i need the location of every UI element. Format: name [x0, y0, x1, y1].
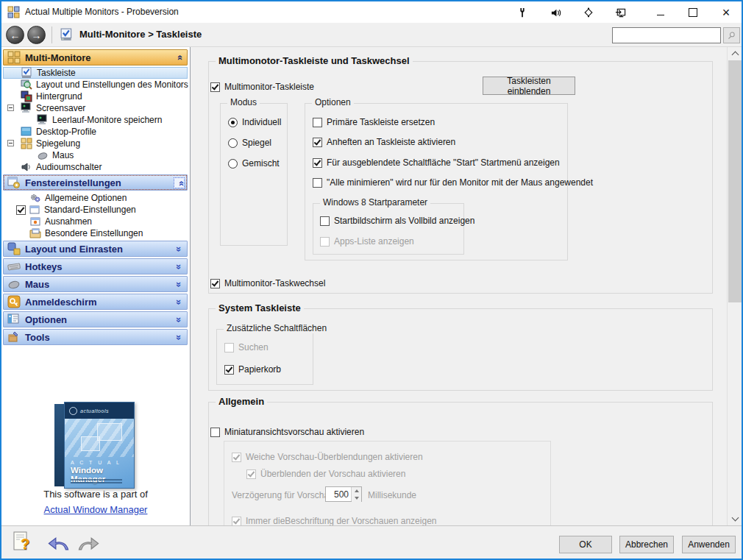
- section-label: Multi-Monitore: [25, 52, 91, 63]
- spin-down-icon[interactable]: [352, 495, 361, 502]
- checkbox-label: Überblenden der Vorschau aktivieren: [260, 469, 405, 479]
- checkbox-box: [320, 237, 330, 247]
- item-label: Leerlauf-Monitore speichern: [52, 115, 162, 125]
- actual-window-manager-link[interactable]: Actual Window Manager: [1, 504, 190, 515]
- cancel-button[interactable]: Abbrechen: [619, 536, 674, 553]
- sidebar-item-leerlauf-monitore[interactable]: Leerlauf-Monitore speichern: [3, 114, 188, 126]
- sidebar-section-anmeldeschirm[interactable]: Anmeldeschirm »: [3, 294, 188, 310]
- sidebar-item-screensaver[interactable]: Screensaver: [3, 102, 188, 114]
- spinner-buttons[interactable]: [351, 487, 361, 501]
- checkbox-box: [246, 469, 256, 479]
- checkbox-anheften[interactable]: Anheften an Taskleiste aktivieren: [313, 136, 455, 148]
- sidebar-item-standard-einstellungen[interactable]: Standard-Einstellungen: [3, 204, 188, 216]
- mouse-icon: [7, 277, 21, 291]
- forward-button[interactable]: [27, 26, 46, 44]
- radio-spiegel[interactable]: Spiegel: [228, 137, 271, 149]
- collapse-expander-icon[interactable]: [7, 140, 14, 146]
- sidebar-item-ausnahmen[interactable]: Ausnahmen: [3, 216, 188, 227]
- checkbox-startbildschirm-vollbild[interactable]: Startbildschirm als Vollbild anzeigen: [320, 215, 474, 227]
- spin-up-icon[interactable]: [352, 487, 361, 495]
- checkbox-alle-minimieren[interactable]: "Alle minimieren" wird nur für den Monit…: [313, 177, 593, 188]
- chevron-up-icon[interactable]: »: [174, 55, 185, 60]
- sidebar-section-multi-monitore[interactable]: Multi-Monitore »: [3, 49, 188, 65]
- window-art: [81, 436, 100, 451]
- checkbox-box: [210, 279, 220, 288]
- mirror-windows-icon: [21, 138, 32, 149]
- sidebar-item-layout-monitor[interactable]: Layout und Einstellungen des Monitors: [3, 79, 188, 91]
- chevron-down-icon: »: [174, 300, 185, 305]
- sidebar-section-tools[interactable]: Tools »: [3, 329, 188, 345]
- sidebar-section-layout-einrasten[interactable]: Layout und Einrasten »: [3, 241, 188, 257]
- app-window: Actual Multiple Monitors - Probeversion …: [0, 0, 743, 560]
- sidebar-item-spiegelung[interactable]: Spiegelung: [3, 138, 188, 149]
- redo-icon[interactable]: [77, 534, 100, 551]
- group-system-taskleiste: System Taskleiste Zusätzliche Schaltfläc…: [208, 308, 713, 391]
- sidebar-section-maus[interactable]: Maus »: [3, 276, 188, 292]
- main-panel: Multimonotor-Taskleiste und Taskwechsel …: [191, 47, 727, 525]
- window-art: [97, 423, 122, 441]
- checkbox-box: [232, 517, 241, 526]
- delay-spinner[interactable]: 500: [325, 486, 362, 502]
- chevron-down-icon: »: [174, 264, 185, 269]
- checkbox-apps-liste: Apps-Liste anzeigen: [320, 235, 414, 247]
- monitor-settings-icon: [21, 79, 32, 91]
- options-panel-icon: [7, 313, 21, 326]
- keyboard-icon: [7, 260, 21, 273]
- group-title: Allgemein: [216, 396, 267, 407]
- sidebar-item-hintergrund[interactable]: Hintergrund: [3, 91, 188, 102]
- group-title: Optionen: [312, 97, 354, 107]
- volume-icon[interactable]: [549, 6, 562, 19]
- scroll-up-icon[interactable]: [728, 47, 742, 60]
- brand-name: actualtools: [80, 408, 109, 414]
- checkbox-papierkorb[interactable]: Papierkorb: [224, 364, 281, 375]
- minimize-button[interactable]: [654, 6, 667, 19]
- sidebar-item-allgemeine-optionen[interactable]: Allgemeine Optionen: [3, 192, 188, 204]
- checkbox-label: "Alle minimieren" wird nur für den Monit…: [327, 177, 593, 188]
- search-button[interactable]: [723, 27, 740, 43]
- tools-icon: [7, 330, 21, 344]
- show-taskbars-button[interactable]: Taskleisten einblenden: [483, 77, 575, 95]
- radio-gemischt[interactable]: Gemischt: [228, 157, 280, 169]
- window-exception-icon: [29, 216, 41, 227]
- checkbox-label: Multimonitor-Taskwechsel: [224, 278, 325, 288]
- sidebar-item-audioumschalter[interactable]: Audioumschalter: [3, 161, 188, 173]
- checkbox-multimonitor-taskleiste[interactable]: Multimonitor-Taskleiste: [210, 81, 314, 93]
- back-button[interactable]: [6, 26, 24, 44]
- sidebar-item-besondere-einstellungen[interactable]: Besondere Einstellungen: [3, 227, 188, 239]
- sidebar-item-maus-sub[interactable]: Maus: [3, 149, 188, 161]
- close-button[interactable]: [719, 6, 733, 19]
- group-title: System Taskleiste: [216, 302, 304, 313]
- mouse-icon: [37, 149, 49, 161]
- checkbox-primaere-taskleiste[interactable]: Primäre Taskleiste ersetzen: [313, 116, 435, 128]
- collapse-expander-icon[interactable]: [7, 104, 14, 111]
- gears-icon: [29, 192, 41, 204]
- scroll-down-icon[interactable]: [728, 512, 742, 525]
- sidebar-item-taskleiste[interactable]: Taskleiste: [3, 67, 188, 79]
- hotkey-tool-icon[interactable]: [516, 6, 529, 19]
- sidebar-item-desktop-profile[interactable]: Desktop-Profile: [3, 126, 188, 138]
- checkbox-miniaturansicht[interactable]: Miniaturansichtsvorschau aktivieren: [210, 426, 364, 438]
- search-input[interactable]: [612, 27, 721, 43]
- checkbox-label: Anheften an Taskleiste aktivieren: [327, 137, 455, 147]
- maximize-button[interactable]: [686, 6, 700, 19]
- ok-button[interactable]: OK: [559, 536, 612, 553]
- sidebar-section-hotkeys[interactable]: Hotkeys »: [3, 258, 188, 274]
- item-label: Hintergrund: [36, 91, 82, 102]
- item-checkbox[interactable]: [16, 205, 26, 215]
- vertical-scrollbar[interactable]: [727, 47, 742, 525]
- radio-individuell[interactable]: Individuell: [228, 116, 281, 128]
- sidebar-section-fenstereinstellungen[interactable]: Fenstereinstellungen »: [3, 174, 188, 191]
- help-icon[interactable]: ?: [12, 531, 34, 553]
- move-icon[interactable]: [582, 6, 595, 19]
- checkbox-box: [313, 158, 322, 168]
- checkbox-multimonitor-taskwechsel[interactable]: Multimonitor-Taskwechsel: [210, 277, 325, 289]
- checkbox-label: Miniaturansichtsvorschau aktivieren: [224, 427, 364, 437]
- scrollbar-thumb[interactable]: [728, 60, 742, 302]
- collapse-section-button[interactable]: »: [174, 177, 185, 188]
- monitor-switch-icon[interactable]: [614, 6, 627, 19]
- checkbox-startmenu[interactable]: Für ausgeblendete Schaltfläche "Start" S…: [313, 157, 560, 169]
- sidebar-section-optionen[interactable]: Optionen »: [3, 311, 188, 327]
- box-front: actualtools A C T U A L Window Manager: [64, 402, 135, 489]
- undo-icon[interactable]: [47, 534, 71, 551]
- apply-button[interactable]: Anwenden: [682, 536, 736, 553]
